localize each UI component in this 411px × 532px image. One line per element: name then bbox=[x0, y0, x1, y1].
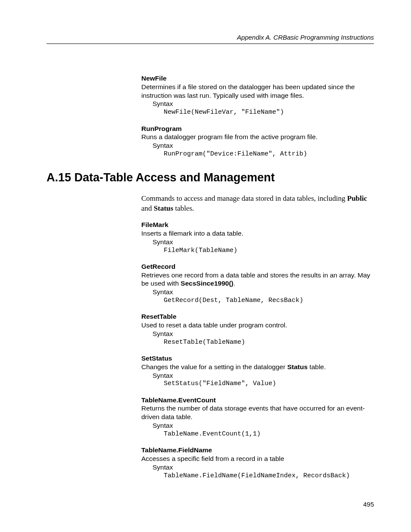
entry-fieldname: TableName.FieldName Accesses a specific … bbox=[141, 446, 374, 480]
syntax-label: Syntax bbox=[153, 288, 374, 296]
syntax-block: Syntax TableName.FieldName(FieldNameInde… bbox=[153, 463, 374, 480]
desc-text: Changes the value for a setting in the d… bbox=[141, 363, 287, 370]
syntax-block: Syntax ResetTable(TableName) bbox=[153, 330, 374, 346]
entry-desc: Retrieves one record from a data table a… bbox=[141, 271, 374, 288]
entry-setstatus: SetStatus Changes the value for a settin… bbox=[141, 354, 374, 388]
entry-title: ResetTable bbox=[141, 312, 374, 321]
syntax-label: Syntax bbox=[153, 238, 374, 246]
syntax-label: Syntax bbox=[153, 421, 374, 430]
entry-title: TableName.EventCount bbox=[141, 396, 374, 404]
content-column: NewFile Determines if a file stored on t… bbox=[141, 74, 374, 158]
entry-title: RunProgram bbox=[141, 124, 374, 133]
syntax-block: Syntax TableName.EventCount(1,1) bbox=[153, 421, 374, 438]
entry-desc: Inserts a filemark into a data table. bbox=[141, 229, 374, 238]
desc-text: table. bbox=[308, 363, 326, 370]
syntax-block: Syntax SetStatus("FieldName", Value) bbox=[153, 371, 374, 388]
syntax-code: RunProgram("Device:FileName", Attrib) bbox=[164, 150, 374, 158]
entry-desc: Used to reset a data table under program… bbox=[141, 321, 374, 330]
desc-text: . bbox=[234, 280, 235, 287]
entry-desc: Accesses a specific field from a record … bbox=[141, 454, 374, 463]
syntax-label: Syntax bbox=[153, 100, 374, 108]
syntax-code: TableName.EventCount(1,1) bbox=[164, 430, 374, 438]
desc-bold: SecsSince1990() bbox=[181, 280, 233, 287]
entry-title: FileMark bbox=[141, 221, 374, 229]
entry-desc: Runs a datalogger program file from the … bbox=[141, 133, 374, 141]
intro-text: and bbox=[141, 204, 154, 212]
desc-text: Retrieves one record from a data table a… bbox=[141, 271, 370, 287]
desc-bold: Status bbox=[287, 363, 308, 370]
entry-title: SetStatus bbox=[141, 354, 374, 363]
content-column: Commands to access and manage data store… bbox=[141, 194, 374, 480]
syntax-label: Syntax bbox=[153, 330, 374, 338]
syntax-code: NewFile(NewFileVar, "FileName") bbox=[164, 108, 374, 116]
syntax-label: Syntax bbox=[153, 141, 374, 150]
entry-runprogram: RunProgram Runs a datalogger program fil… bbox=[141, 124, 374, 159]
syntax-block: Syntax FileMark(TableName) bbox=[153, 238, 374, 255]
entry-filemark: FileMark Inserts a filemark into a data … bbox=[141, 221, 374, 255]
section-intro: Commands to access and manage data store… bbox=[141, 194, 374, 214]
running-head: Appendix A. CRBasic Programming Instruct… bbox=[47, 34, 374, 44]
entry-desc: Returns the number of data storage event… bbox=[141, 404, 374, 421]
syntax-code: ResetTable(TableName) bbox=[164, 338, 374, 346]
entry-title: NewFile bbox=[141, 74, 374, 83]
syntax-code: GetRecord(Dest, TableName, RecsBack) bbox=[164, 296, 374, 305]
intro-text: Commands to access and manage data store… bbox=[141, 194, 347, 202]
entry-desc: Changes the value for a setting in the d… bbox=[141, 363, 374, 371]
syntax-block: Syntax GetRecord(Dest, TableName, RecsBa… bbox=[153, 288, 374, 305]
syntax-label: Syntax bbox=[153, 371, 374, 380]
entry-resettable: ResetTable Used to reset a data table un… bbox=[141, 312, 374, 346]
syntax-code: TableName.FieldName(FieldNameIndex, Reco… bbox=[164, 472, 374, 480]
intro-bold-public: Public bbox=[347, 194, 367, 202]
page-number: 495 bbox=[363, 501, 374, 508]
entry-getrecord: GetRecord Retrieves one record from a da… bbox=[141, 262, 374, 305]
entry-desc: Determines if a file stored on the datal… bbox=[141, 83, 374, 100]
syntax-code: FileMark(TableName) bbox=[164, 246, 374, 255]
entry-newfile: NewFile Determines if a file stored on t… bbox=[141, 74, 374, 117]
section-heading: A.15 Data-Table Access and Management bbox=[47, 171, 374, 184]
syntax-block: Syntax RunProgram("Device:FileName", Att… bbox=[153, 141, 374, 158]
syntax-label: Syntax bbox=[153, 463, 374, 472]
syntax-code: SetStatus("FieldName", Value) bbox=[164, 380, 374, 388]
syntax-block: Syntax NewFile(NewFileVar, "FileName") bbox=[153, 100, 374, 116]
page: Appendix A. CRBasic Programming Instruct… bbox=[0, 0, 411, 532]
entry-title: GetRecord bbox=[141, 262, 374, 271]
intro-text: tables. bbox=[173, 204, 194, 212]
entry-title: TableName.FieldName bbox=[141, 446, 374, 454]
entry-eventcount: TableName.EventCount Returns the number … bbox=[141, 396, 374, 439]
intro-bold-status: Status bbox=[154, 204, 173, 212]
